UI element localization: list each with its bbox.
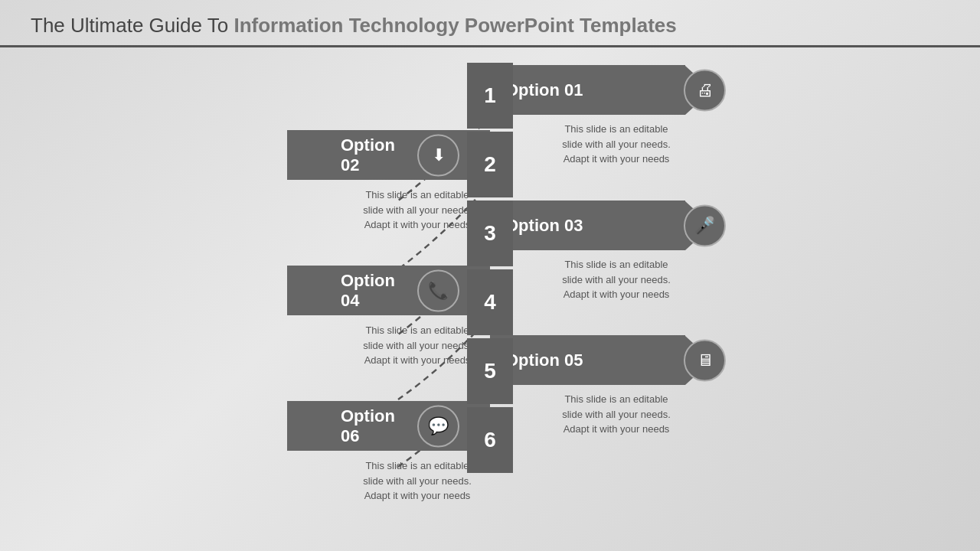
header-highlight: Information Technology PowerPoint Templa… [234, 14, 676, 37]
step-4: 4 [467, 269, 513, 335]
option-01-icon: 🖨 [684, 69, 726, 111]
step-5: 5 [467, 338, 513, 404]
option-04-arrow: 📞 Option 04 [287, 266, 490, 315]
option-01-arrow: Option 01 🖨 [490, 65, 712, 115]
option-03-icon: 🎤 [684, 204, 726, 246]
option-02-icon: ⬇ [417, 134, 459, 176]
option-03-label: Option 03 [505, 216, 583, 236]
option-03-arrow: Option 03 🎤 [490, 201, 712, 250]
option-01-desc: This slide is an editable slide with all… [559, 122, 674, 167]
option-02-desc: This slide is an editable slide with all… [360, 187, 475, 233]
option-02-arrow: ⬇ Option 02 [287, 130, 490, 180]
center-bar: 1 2 3 4 5 6 [467, 63, 513, 537]
option-05-arrow: Option 05 🖥 [490, 335, 712, 385]
option-02-label: Option 02 [341, 135, 398, 175]
option-01-label: Option 01 [505, 80, 583, 100]
option-05-icon: 🖥 [684, 339, 726, 381]
main-content: 1 2 3 4 5 6 Option 01 🖨 This slide is an… [0, 47, 980, 545]
option-04-icon: 📞 [417, 269, 459, 311]
option-03-desc: This slide is an editable slide with all… [559, 257, 674, 302]
option-04-desc: This slide is an editable slide with all… [360, 323, 475, 368]
option-06-desc: This slide is an editable slide with all… [360, 458, 475, 504]
step-2: 2 [467, 132, 513, 197]
option-04-label: Option 04 [341, 271, 398, 311]
option-05-desc: This slide is an editable slide with all… [559, 392, 674, 437]
header-prefix: The Ultimate Guide To [31, 14, 234, 37]
step-1: 1 [467, 63, 513, 129]
step-3: 3 [467, 201, 513, 266]
option-05-label: Option 05 [505, 350, 583, 370]
option-06-label: Option 06 [341, 406, 398, 446]
option-06-icon: 💬 [417, 405, 459, 447]
header: The Ultimate Guide To Information Techno… [0, 0, 980, 47]
option-06-arrow: 💬 Option 06 [287, 401, 490, 451]
step-6: 6 [467, 407, 513, 473]
